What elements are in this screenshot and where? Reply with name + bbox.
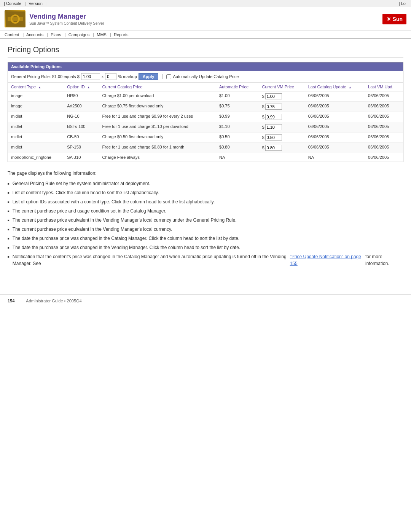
cell-option-id: Art2500 [64, 102, 99, 112]
col-last-catalog[interactable]: Last Catalog Update ▲ [305, 83, 365, 91]
nav-sep2: | [47, 32, 48, 37]
dollar-sign: $ [262, 145, 264, 150]
cell-vm-price: $ [259, 133, 305, 143]
vm-price-input[interactable] [265, 104, 282, 110]
cell-last-catalog: 06/06/2005 [305, 91, 365, 102]
top-nav: | Console | Version | | Lo [0, 0, 411, 7]
sun-logo: ☀ Sun [382, 14, 406, 24]
col-option-id[interactable]: Option ID ▲ [64, 83, 99, 91]
nav-sep2: | [46, 1, 48, 6]
table-row: monophonic_ringtoneSA-J10Charge Free alw… [8, 153, 403, 162]
cell-option-id: SP-150 [64, 143, 99, 153]
bullet-text: Notification that the content's price wa… [13, 253, 287, 267]
list-item: List of content types. Click the column … [8, 189, 403, 196]
description-section: The page displays the following informat… [8, 170, 403, 267]
vm-price-wrapper: $ [262, 104, 302, 110]
cell-last-catalog: 06/06/2005 [305, 133, 365, 143]
main-nav: Content | Accounts | Plans | Campaigns |… [0, 31, 411, 39]
vm-price-wrapper: $ [262, 145, 302, 151]
price-update-link[interactable]: "Price Update Notification" on page 155 [290, 253, 362, 267]
cell-catalog-price: Free for 1 use and charge $0.99 for ever… [99, 112, 216, 122]
nav-campaigns[interactable]: Campaigns [68, 32, 90, 37]
cell-content-type: image [8, 91, 64, 102]
col-automatic-price-label: Automatic Price [219, 85, 249, 89]
table-row: imageHR80Charge $1.00 per download$1.00$… [8, 91, 403, 102]
cell-automatic-price: $0.80 [216, 143, 259, 153]
top-nav-left: | Console | Version | [4, 1, 49, 6]
col-last-vm-label: Last VM Upd. [368, 85, 393, 89]
col-catalog-price-label: Current Catalog Price [102, 85, 143, 89]
list-item: List of option IDs associated with a con… [8, 198, 403, 205]
vm-price-input[interactable] [265, 134, 282, 141]
cell-vm-price: $ [259, 102, 305, 112]
cell-last-vm: 06/06/2005 [365, 133, 403, 143]
nav-mms[interactable]: MMS [97, 32, 107, 37]
cell-automatic-price: $1.00 [216, 91, 259, 102]
sort-arrow-content: ▲ [38, 86, 41, 89]
sun-logo-text: ☀ Sun [386, 16, 403, 22]
markup-x-input[interactable] [105, 73, 116, 80]
pricing-data-table: Content Type ▲ Option ID ▲ Current Catal… [8, 83, 403, 162]
auto-update-text: Automatically Update Catalog Price [173, 74, 239, 79]
col-automatic-price: Automatic Price [216, 83, 259, 91]
cell-option-id: HR80 [64, 91, 99, 102]
cell-vm-price [259, 153, 305, 162]
table-row: midletCB-50Charge $0.50 first download o… [8, 133, 403, 143]
apply-button[interactable]: Apply [139, 73, 159, 80]
vm-price-wrapper: $ [262, 93, 302, 99]
cell-content-type: midlet [8, 122, 64, 133]
sort-arrow-option: ▲ [87, 86, 90, 89]
col-content-type[interactable]: Content Type ▲ [8, 83, 64, 91]
cell-last-vm: 06/06/2005 [365, 102, 403, 112]
vm-price-input[interactable] [265, 93, 282, 99]
x-label: x [102, 74, 104, 79]
footer-title: Administrator Guide • 2005Q4 [26, 299, 81, 303]
app-logo [5, 10, 25, 27]
auto-update-checkbox[interactable] [166, 74, 171, 79]
top-nav-separator: | [4, 1, 5, 6]
logout-link[interactable]: Lo [401, 1, 406, 6]
dollar-sign: $ [262, 94, 264, 99]
table-row: midletNG-10Free for 1 use and charge $0.… [8, 112, 403, 122]
vm-price-input[interactable] [265, 114, 282, 120]
list-item: The current purchase price equivalent in… [8, 217, 403, 224]
cell-last-vm: 06/06/2005 [365, 153, 403, 162]
cell-vm-price: $ [259, 112, 305, 122]
auto-update-label[interactable]: Automatically Update Catalog Price [166, 74, 239, 79]
cell-option-id: NG-10 [64, 112, 99, 122]
cell-content-type: monophonic_ringtone [8, 153, 64, 162]
cell-content-type: midlet [8, 133, 64, 143]
cell-option-id: SA-J10 [64, 153, 99, 162]
dollar-sign: $ [262, 104, 264, 109]
cell-vm-price: $ [259, 122, 305, 133]
app-title-block: Vending Manager Sun Java™ System Content… [29, 13, 104, 26]
nav-content[interactable]: Content [5, 32, 19, 37]
cell-last-catalog: 06/06/2005 [305, 112, 365, 122]
cell-last-vm: 06/06/2005 [365, 122, 403, 133]
list-item: The current purchase price and usage con… [8, 208, 403, 214]
pricing-rule-value-input[interactable] [81, 73, 100, 80]
col-content-type-label: Content Type [11, 85, 36, 89]
nav-reports[interactable]: Reports [114, 32, 129, 37]
table-row: midletBSlrs-100Free for 1 use and charge… [8, 122, 403, 133]
list-item: The current purchase price equivalent in… [8, 226, 403, 233]
dollar-sign: $ [262, 115, 264, 119]
console-link[interactable]: Console [6, 1, 21, 6]
col-last-vm: Last VM Upd. [365, 83, 403, 91]
table-row: midletSP-150Free for 1 use and charge $0… [8, 143, 403, 153]
cell-option-id: BSlrs-100 [64, 122, 99, 133]
cell-last-catalog: 06/06/2005 [305, 122, 365, 133]
list-item: General Pricing Rule set by the system a… [8, 180, 403, 187]
page-title: Pricing Options [8, 45, 403, 58]
version-link[interactable]: Version [29, 1, 43, 6]
app-subtitle: Sun Java™ System Content Delivery Server [29, 21, 104, 26]
nav-sep4: | [93, 32, 94, 37]
vm-price-input[interactable] [265, 124, 282, 130]
cell-last-catalog: 06/06/2005 [305, 143, 365, 153]
top-nav-right: | Lo [399, 1, 407, 6]
nav-plans[interactable]: Plans [51, 32, 61, 37]
content-area: Pricing Options Available Pricing Option… [0, 39, 411, 279]
vm-price-input[interactable] [265, 145, 282, 151]
nav-accounts[interactable]: Accounts [26, 32, 43, 37]
svg-rect-3 [8, 17, 23, 21]
